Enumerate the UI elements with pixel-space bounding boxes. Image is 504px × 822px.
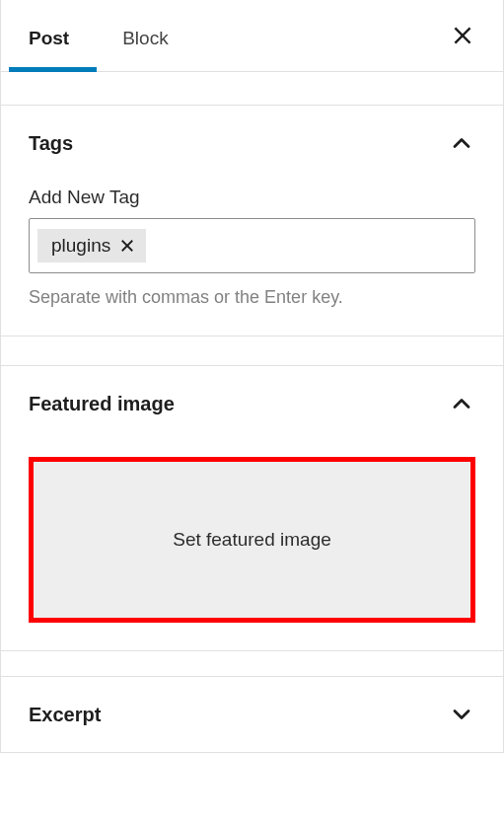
tabs: Post Block	[1, 0, 198, 71]
settings-sidebar: Post Block Tags Add New Tag plugins	[0, 0, 504, 753]
panel-featured-image: Featured image Set featured image	[1, 366, 503, 651]
set-featured-image-button[interactable]: Set featured image	[34, 462, 470, 618]
tag-chip: plugins	[37, 229, 146, 262]
remove-tag-icon[interactable]	[118, 237, 136, 255]
panel-tags-body: Add New Tag plugins Separate with commas…	[1, 181, 503, 336]
panel-excerpt: Excerpt	[1, 677, 503, 753]
chevron-up-icon	[448, 129, 475, 157]
close-icon[interactable]	[440, 13, 485, 58]
panel-featured-image-header[interactable]: Featured image	[1, 366, 503, 441]
tab-block[interactable]: Block	[99, 0, 191, 71]
panel-featured-image-title: Featured image	[29, 393, 175, 415]
tag-chip-label: plugins	[51, 235, 110, 257]
panel-featured-image-body: Set featured image	[1, 441, 503, 650]
tab-post[interactable]: Post	[1, 0, 93, 71]
panel-tags-title: Tags	[29, 132, 73, 155]
panel-divider	[1, 72, 503, 106]
chevron-up-icon	[448, 390, 475, 417]
tabs-header: Post Block	[1, 0, 503, 72]
panel-divider	[1, 651, 503, 677]
panel-excerpt-header[interactable]: Excerpt	[1, 677, 503, 752]
panel-tags: Tags Add New Tag plugins Separate with c…	[1, 106, 503, 336]
panel-tags-header[interactable]: Tags	[1, 106, 503, 181]
panel-excerpt-title: Excerpt	[29, 704, 101, 726]
chevron-down-icon	[448, 701, 475, 728]
tag-input[interactable]	[148, 230, 468, 262]
tag-input-box[interactable]: plugins	[29, 218, 475, 273]
tag-help-text: Separate with commas or the Enter key.	[29, 287, 475, 308]
add-tag-label: Add New Tag	[29, 187, 475, 208]
panel-divider	[1, 336, 503, 366]
featured-image-highlight: Set featured image	[29, 457, 475, 623]
